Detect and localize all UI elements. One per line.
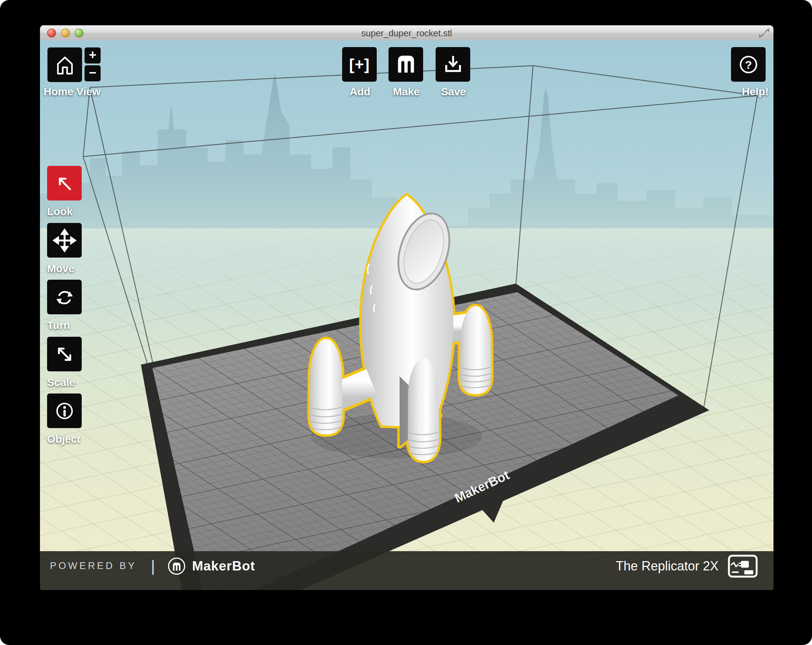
status-bar: POWERED BY | MakerBot The Replicator 2X xyxy=(40,551,774,590)
app-window: super_duper_rocket.stl xyxy=(40,25,774,590)
object-info-icon xyxy=(52,398,77,424)
add-button[interactable]: [+] xyxy=(342,47,377,82)
home-icon xyxy=(53,53,77,77)
printer-connection-icon[interactable] xyxy=(728,554,758,578)
tool-move-button[interactable] xyxy=(47,223,82,258)
move-icon xyxy=(52,228,77,253)
zoom-in-button[interactable]: + xyxy=(85,47,101,64)
title-bar[interactable]: super_duper_rocket.stl xyxy=(40,25,774,41)
window-title: super_duper_rocket.stl xyxy=(40,28,774,38)
scale-icon xyxy=(53,343,76,366)
zoom-out-button[interactable]: − xyxy=(85,65,101,81)
help-button[interactable]: ? xyxy=(731,47,766,82)
tool-scale-button[interactable] xyxy=(47,337,82,371)
powered-by-label: POWERED BY xyxy=(50,560,137,572)
turn-icon xyxy=(52,285,77,309)
svg-text:?: ? xyxy=(745,58,752,71)
makerbot-circle-logo xyxy=(167,557,186,576)
save-button[interactable] xyxy=(436,47,470,82)
screenshot-background: super_duper_rocket.stl xyxy=(0,0,812,645)
left-booster xyxy=(310,339,342,435)
make-button[interactable] xyxy=(389,47,423,82)
tool-look-button[interactable] xyxy=(47,166,82,200)
front-booster xyxy=(408,358,439,461)
build-viewport[interactable]: MakerBot xyxy=(40,40,774,590)
makerbot-wordmark: MakerBot xyxy=(192,559,255,574)
look-icon xyxy=(53,172,76,195)
makerbot-m-icon xyxy=(394,53,418,76)
home-view-button[interactable] xyxy=(47,47,82,82)
tool-turn-button[interactable] xyxy=(47,280,82,314)
printer-name: The Replicator 2X xyxy=(616,559,719,574)
divider: | xyxy=(151,557,155,575)
fullscreen-icon[interactable] xyxy=(758,27,771,39)
tool-object-button[interactable] xyxy=(47,393,82,428)
help-icon: ? xyxy=(736,52,761,78)
scene: MakerBot xyxy=(40,40,774,590)
add-icon: [+] xyxy=(349,56,370,73)
save-icon xyxy=(442,53,464,76)
